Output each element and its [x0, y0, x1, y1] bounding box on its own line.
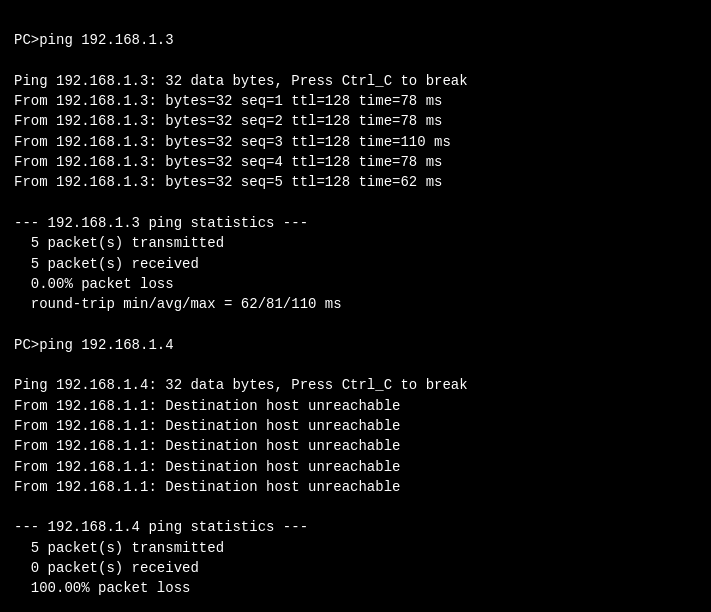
- terminal-line: 100.00% packet loss: [14, 578, 697, 598]
- terminal-line-empty: [14, 355, 697, 375]
- terminal-line: 5 packet(s) transmitted: [14, 233, 697, 253]
- terminal-line: 0 packet(s) received: [14, 558, 697, 578]
- terminal-line: PC>ping 192.168.1.3: [14, 30, 697, 50]
- terminal-line: 0.00% packet loss: [14, 274, 697, 294]
- terminal-line: From 192.168.1.3: bytes=32 seq=5 ttl=128…: [14, 172, 697, 192]
- terminal-line-empty: [14, 497, 697, 517]
- terminal-line: From 192.168.1.1: Destination host unrea…: [14, 416, 697, 436]
- terminal-line: round-trip min/avg/max = 62/81/110 ms: [14, 294, 697, 314]
- terminal-window: PC>ping 192.168.1.3Ping 192.168.1.3: 32 …: [0, 0, 711, 612]
- terminal-line-empty: [14, 193, 697, 213]
- terminal-line: From 192.168.1.3: bytes=32 seq=1 ttl=128…: [14, 91, 697, 111]
- terminal-line: From 192.168.1.1: Destination host unrea…: [14, 477, 697, 497]
- terminal-line: From 192.168.1.3: bytes=32 seq=4 ttl=128…: [14, 152, 697, 172]
- terminal-line: From 192.168.1.1: Destination host unrea…: [14, 457, 697, 477]
- terminal-line: PC>ping 192.168.1.4: [14, 335, 697, 355]
- terminal-line: From 192.168.1.1: Destination host unrea…: [14, 436, 697, 456]
- terminal-line: From 192.168.1.3: bytes=32 seq=2 ttl=128…: [14, 111, 697, 131]
- terminal-line: 5 packet(s) transmitted: [14, 538, 697, 558]
- terminal-line-empty: [14, 51, 697, 71]
- terminal-line-empty: [14, 314, 697, 334]
- terminal-line: Ping 192.168.1.3: 32 data bytes, Press C…: [14, 71, 697, 91]
- terminal-line: --- 192.168.1.3 ping statistics ---: [14, 213, 697, 233]
- terminal-line: From 192.168.1.1: Destination host unrea…: [14, 396, 697, 416]
- terminal-line: From 192.168.1.3: bytes=32 seq=3 ttl=128…: [14, 132, 697, 152]
- terminal-line: Ping 192.168.1.4: 32 data bytes, Press C…: [14, 375, 697, 395]
- terminal-line: --- 192.168.1.4 ping statistics ---: [14, 517, 697, 537]
- terminal-line: 5 packet(s) received: [14, 254, 697, 274]
